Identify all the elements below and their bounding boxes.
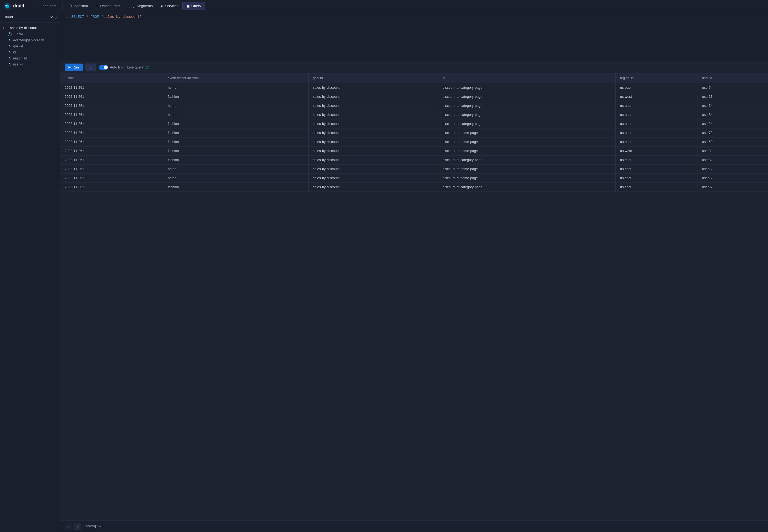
table-cell: fashion: [163, 147, 308, 156]
datasource-item[interactable]: ▾ ⊞ sales-by-discount: [0, 25, 60, 31]
table-cell: 2022-11-261: [60, 165, 163, 174]
load-data-icon: ↑: [37, 4, 39, 8]
run-button[interactable]: Run: [65, 64, 83, 71]
table-cell: discount-at-category-page: [438, 92, 615, 101]
table-cell: sales-by-discount: [308, 174, 438, 183]
query-label: Query: [191, 4, 201, 8]
datasources-nav-button[interactable]: ⊞ Datasources: [92, 2, 124, 10]
table-icon: ⊞: [6, 26, 8, 30]
table-cell: sales-by-discount: [308, 83, 438, 92]
field-item-time[interactable]: __time: [0, 31, 60, 37]
table-cell: home: [163, 110, 308, 119]
field-name-time: __time: [13, 32, 23, 36]
field-name-region: region_id: [13, 56, 27, 60]
run-label: Run: [72, 65, 79, 69]
nav-divider-2: [62, 2, 63, 10]
database-selector[interactable]: druid: [4, 15, 54, 19]
auto-limit-toggle[interactable]: [99, 65, 108, 70]
table-cell: user37: [698, 183, 768, 192]
table-cell: 2022-11-261: [60, 138, 163, 147]
table-cell: user50: [698, 138, 768, 147]
time-icon: [8, 32, 12, 36]
services-icon: ◈: [160, 4, 163, 8]
field-name-goal: goal-id: [13, 44, 23, 48]
chevron-right-icon: [76, 525, 79, 528]
table-row: 2022-11-261homesales-by-discountdiscount…: [60, 83, 768, 92]
table-cell: discount-at-home-page: [438, 147, 615, 156]
table-cell: sales-by-discount: [308, 156, 438, 165]
sidebar-header[interactable]: druid: [0, 12, 60, 22]
table-cell: fashion: [163, 92, 308, 101]
table-cell: us-east: [616, 138, 698, 147]
load-data-button[interactable]: ↑ Load data: [33, 2, 60, 10]
star: *: [86, 15, 91, 19]
table-cell: sales-by-discount: [308, 92, 438, 101]
table-row: 2022-11-261fashionsales-by-discountdisco…: [60, 156, 768, 165]
table-row: 2022-11-261homesales-by-discountdiscount…: [60, 174, 768, 183]
datasources-label: Datasources: [100, 4, 120, 8]
table-cell: user78: [698, 128, 768, 138]
table-cell: 2022-11-261: [60, 119, 163, 128]
string-icon: A: [8, 39, 12, 42]
field-item-region[interactable]: A region_id: [0, 55, 60, 61]
services-nav-button[interactable]: ◈ Services: [156, 2, 182, 10]
table-header-row: __time event-trigger-location goal-id id…: [60, 73, 768, 83]
datasources-icon: ⊞: [96, 4, 99, 8]
table-cell: fashion: [163, 128, 308, 138]
prev-page-button[interactable]: [65, 523, 72, 530]
table-cell: home: [163, 83, 308, 92]
table-row: 2022-11-261fashionsales-by-discountdisco…: [60, 92, 768, 101]
ingestion-nav-button[interactable]: ⬡ Ingestion: [65, 2, 92, 10]
table-cell: user8: [698, 147, 768, 156]
table-cell: user5: [698, 83, 768, 92]
table-row: 2022-11-261homesales-by-discountdiscount…: [60, 165, 768, 174]
query-editor[interactable]: 1 SELECT * FROM "sales-by-discount": [60, 12, 768, 61]
more-options-button[interactable]: ...: [85, 64, 96, 71]
table-row: 2022-11-261fashionsales-by-discountdisco…: [60, 138, 768, 147]
load-data-label: Load data: [41, 4, 56, 8]
table-row: 2022-11-261fashionsales-by-discountdisco…: [60, 128, 768, 138]
table-name: "sales-by-discount": [101, 15, 142, 19]
col-region: region_id: [616, 73, 698, 83]
field-item-etl[interactable]: A event-trigger-location: [0, 37, 60, 43]
editor-content: 1 SELECT * FROM "sales-by-discount": [60, 12, 768, 22]
play-icon: [68, 66, 71, 69]
table-cell: discount-at-home-page: [438, 165, 615, 174]
segments-nav-button[interactable]: ⋮⋮ Segments: [124, 2, 157, 10]
table-cell: us-east: [616, 128, 698, 138]
table-cell: sales-by-discount: [308, 183, 438, 192]
datasource-label: sales-by-discount: [10, 26, 37, 30]
table-cell: us-east: [616, 110, 698, 119]
line-number: 1: [60, 15, 71, 19]
table-cell: 2022-11-261: [60, 147, 163, 156]
field-item-goal[interactable]: A goal-id: [0, 43, 60, 49]
table-cell: discount-at-home-page: [438, 138, 615, 147]
query-toolbar: Run ... Auto limit Live query: On: [60, 61, 768, 73]
table-cell: sales-by-discount: [308, 101, 438, 110]
table-header: __time event-trigger-location goal-id id…: [60, 73, 768, 83]
table-cell: fashion: [163, 138, 308, 147]
field-item-id[interactable]: A id: [0, 49, 60, 55]
content-area: 1 SELECT * FROM "sales-by-discount" Run …: [60, 12, 768, 532]
logo-text: druid: [13, 4, 24, 8]
col-time: __time: [60, 73, 163, 83]
table-cell: 2022-11-261: [60, 83, 163, 92]
table-cell: discount-at-home-page: [438, 174, 615, 183]
table-row: 2022-11-261fashionsales-by-discountdisco…: [60, 119, 768, 128]
code-line: SELECT * FROM "sales-by-discount": [71, 15, 142, 19]
table-body: 2022-11-261homesales-by-discountdiscount…: [60, 83, 768, 192]
table-cell: fashion: [163, 156, 308, 165]
query-nav-button[interactable]: ▣ Query: [182, 2, 205, 10]
live-query-status: On: [145, 65, 150, 69]
field-name-id: id: [13, 50, 16, 54]
table-cell: user64: [698, 101, 768, 110]
table-cell: discount-at-category-page: [438, 156, 615, 165]
chevron-down-icon: [54, 15, 56, 19]
table-cell: user84: [698, 110, 768, 119]
next-page-button[interactable]: [74, 523, 81, 530]
field-item-user[interactable]: A user-id: [0, 61, 60, 67]
keyword-from: FROM: [90, 15, 99, 19]
table-cell: home: [163, 174, 308, 183]
table-cell: us-east: [616, 119, 698, 128]
table-cell: discount-at-category-page: [438, 101, 615, 110]
